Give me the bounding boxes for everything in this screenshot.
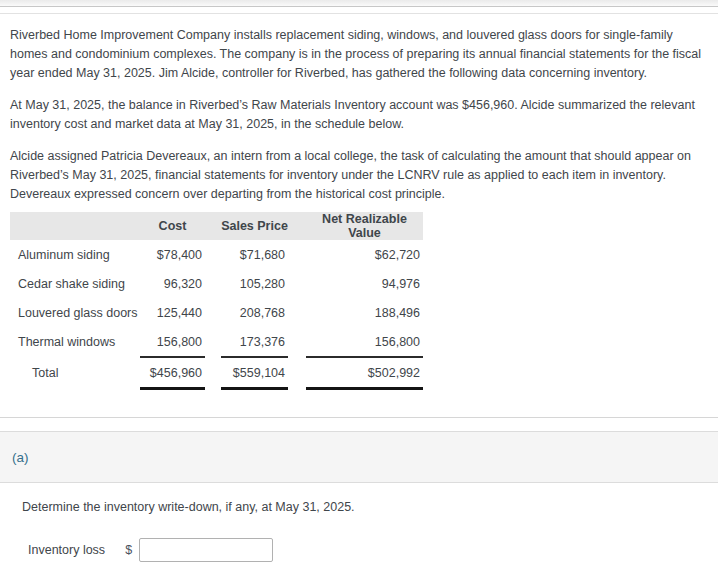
inventory-loss-label: Inventory loss: [28, 543, 105, 557]
table-total-row: Total $456,960 $559,104 $502,992: [10, 357, 423, 389]
inventory-loss-input[interactable]: [139, 538, 273, 562]
nrv-value: 156,800: [306, 327, 423, 357]
spacer: [0, 418, 718, 431]
part-a-header: (a): [0, 431, 718, 483]
header-bottom-edge: [0, 0, 718, 7]
header-net-realizable-value: Net Realizable Value: [306, 212, 423, 240]
table-header-row: Cost Sales Price Net Realizable Value: [10, 212, 423, 240]
toolbar-divider: [0, 7, 718, 14]
problem-paragraph-2: At May 31, 2025, the balance in Riverbed…: [10, 96, 708, 134]
table-row: Thermal windows 156,800 173,376 156,800: [10, 327, 423, 357]
part-a-body: Determine the inventory write-down, if a…: [0, 498, 718, 562]
sales-price-value: 173,376: [221, 327, 288, 357]
assignment-page: Riverbed Home Improvement Company instal…: [0, 0, 718, 574]
cost-value: 125,440: [140, 298, 205, 327]
part-a-label: (a): [12, 450, 29, 465]
dollar-sign: $: [125, 543, 132, 557]
header-cost: Cost: [140, 212, 205, 240]
table-row: Aluminum siding $78,400 $71,680 $62,720: [10, 240, 423, 269]
problem-paragraph-3: Alcide assigned Patricia Devereaux, an i…: [10, 147, 708, 204]
item-name: Thermal windows: [10, 327, 140, 357]
sales-price-value: 105,280: [221, 269, 288, 298]
header-spacer: [288, 212, 306, 240]
inventory-table: Cost Sales Price Net Realizable Value Al…: [10, 212, 423, 390]
total-nrv: $502,992: [306, 357, 423, 389]
header-spacer: [205, 212, 221, 240]
cost-value: 96,320: [140, 269, 205, 298]
sales-price-value: $71,680: [221, 240, 288, 269]
nrv-value: 94,976: [306, 269, 423, 298]
table-row: Louvered glass doors 125,440 208,768 188…: [10, 298, 423, 327]
item-name: Aluminum siding: [10, 240, 140, 269]
table-row: Cedar shake siding 96,320 105,280 94,976: [10, 269, 423, 298]
answer-row: Inventory loss $: [22, 538, 718, 562]
cost-value: $78,400: [140, 240, 205, 269]
nrv-value: 188,496: [306, 298, 423, 327]
problem-paragraph-1: Riverbed Home Improvement Company instal…: [10, 26, 708, 83]
nrv-value: $62,720: [306, 240, 423, 269]
sales-price-value: 208,768: [221, 298, 288, 327]
total-label: Total: [10, 357, 140, 389]
total-sales-price: $559,104: [221, 357, 288, 389]
cost-value: 156,800: [140, 327, 205, 357]
item-name: Cedar shake siding: [10, 269, 140, 298]
item-name: Louvered glass doors: [10, 298, 140, 327]
instruction-text: Determine the inventory write-down, if a…: [22, 498, 718, 517]
total-cost: $456,960: [140, 357, 205, 389]
header-item: [10, 212, 140, 240]
header-sales-price: Sales Price: [221, 212, 288, 240]
problem-statement: Riverbed Home Improvement Company instal…: [0, 26, 718, 390]
